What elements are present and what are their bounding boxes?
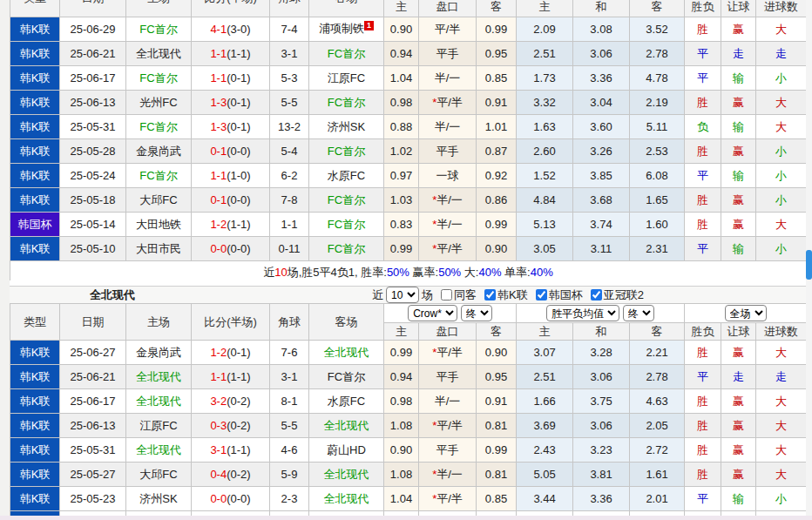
date-cell: 25-05-27 xyxy=(60,463,126,487)
home-team-cell: 光州FC xyxy=(126,91,192,115)
euro-away-odds-cell: 2.05 xyxy=(630,414,685,438)
away-team-cell: 济州SK xyxy=(309,115,384,139)
euro-odds-type-select[interactable]: 胜平负均值 xyxy=(546,305,619,321)
result-handicap-cell: 输 xyxy=(721,115,756,139)
league-type-cell: 韩K联 xyxy=(10,42,60,66)
date-cell: 25-05-18 xyxy=(60,188,126,213)
asian-away-odds-cell: 0.81 xyxy=(477,463,517,487)
scrollbar[interactable] xyxy=(806,0,812,520)
col-date: 日期 xyxy=(60,0,126,17)
euro-home-odds-cell: 4.84 xyxy=(517,188,573,213)
result-wdl-cell: 胜 xyxy=(685,438,721,463)
result-wdl-cell: 胜 xyxy=(685,188,721,213)
result-wdl-cell: 胜 xyxy=(685,213,721,237)
corner-cell: 3-1 xyxy=(270,42,309,66)
away-team-cell: FC首尔 xyxy=(309,188,384,213)
match-row: 韩K联25-06-13光州FC1-3(0-1)5-5FC首尔0.98*平/半0.… xyxy=(10,91,807,115)
match-row: 韩K联25-05-23济州SK0-0(0-0)2-3全北现代1.04*平/半0.… xyxy=(10,487,807,511)
asian-home-odds-cell: 0.99 xyxy=(384,237,419,261)
euro-away-odds-cell: 2.53 xyxy=(630,139,685,164)
home-team-cell: 济州SK xyxy=(126,487,192,511)
corner-cell: 5-5 xyxy=(270,91,309,115)
away-team-cell: FC首尔 xyxy=(309,365,384,389)
result-goals-cell: 走 xyxy=(756,42,807,66)
result-goals-cell: 小 xyxy=(756,237,807,261)
date-cell: 25-06-13 xyxy=(60,91,126,115)
match-scope-select[interactable]: 全场 xyxy=(725,305,767,321)
date-cell: 25-05-31 xyxy=(60,115,126,139)
odds-time-select[interactable]: 终 xyxy=(461,305,492,321)
match-row: 韩K联25-05-27大邱FC0-4(0-2)5-9全北现代1.08*半/一0.… xyxy=(10,463,807,487)
col-home: 主场 xyxy=(126,304,192,341)
scrollbar-thumb[interactable] xyxy=(806,250,812,280)
result-wdl-cell: 胜 xyxy=(685,463,721,487)
league-type-cell: 韩K联 xyxy=(10,91,60,115)
match-row: 韩K联25-06-29FC首尔4-1(3-0)7-4浦项制铁10.90平/半0.… xyxy=(10,17,807,42)
league-type-cell: 韩K联 xyxy=(10,115,60,139)
checkbox-same-away: 同客 xyxy=(436,287,477,303)
filter-controls: 近 10 场 同客 韩K联 韩国杯 xyxy=(372,287,644,303)
score-cell: 0-1(0-0) xyxy=(192,188,270,213)
team1-matches-section: 类型 日期 主场 比分(半场) 角球 客场 主 盘口 客 主 和 客 胜负 让球 xyxy=(10,0,806,280)
home-team-cell: 大田地铁 xyxy=(126,213,192,237)
date-cell: 25-05-23 xyxy=(60,487,126,511)
corner-cell: 2-3 xyxy=(270,487,309,511)
euro-draw-odds-cell: 3.26 xyxy=(573,139,630,164)
date-cell: 25-06-17 xyxy=(60,66,126,91)
euro-home-odds-cell: 2.60 xyxy=(517,139,573,164)
result-goals-cell: 走 xyxy=(756,365,807,389)
checkbox-label: 亚冠联2 xyxy=(604,287,644,303)
asian-home-odds-cell: 0.97 xyxy=(384,164,419,188)
away-team-cell: 水原FC xyxy=(309,164,384,188)
match-row: 韩K联25-06-13江原FC0-3(0-2)5-5全北现代1.08*平/半0.… xyxy=(10,414,807,438)
result-goals-cell: 小 xyxy=(756,487,807,511)
match-row: 韩K联25-05-28金泉尚武0-1(0-0)5-4FC首尔1.02平手0.87… xyxy=(10,139,807,164)
games-count-select[interactable]: 10 xyxy=(386,287,419,303)
result-goals-cell: 大 xyxy=(756,341,807,365)
result-wdl-cell: 平 xyxy=(685,487,721,511)
euro-away-odds-cell: 6.08 xyxy=(630,164,685,188)
euro-away-odds-cell: 2.01 xyxy=(630,487,685,511)
asian-home-odds-cell: 0.88 xyxy=(384,115,419,139)
corner-cell: 5-5 xyxy=(270,414,309,438)
kleague-checkbox[interactable] xyxy=(484,289,496,301)
result-wdl-cell: 平 xyxy=(685,164,721,188)
euro-away-odds-cell: 1.61 xyxy=(630,463,685,487)
handicap-cell: *半/一 xyxy=(419,463,477,487)
col-asian-away: 客 xyxy=(477,0,517,17)
result-wdl-cell: 平 xyxy=(685,237,721,261)
date-cell: 25-05-24 xyxy=(60,164,126,188)
score-cell: 3-1(1-1) xyxy=(192,438,270,463)
euro-away-odds-cell: 4.63 xyxy=(630,389,685,414)
result-goals-cell: 大 xyxy=(756,213,807,237)
euro-home-odds-cell: 2.43 xyxy=(517,438,573,463)
col-type: 类型 xyxy=(10,0,60,17)
euro-odds-time-select[interactable]: 终 xyxy=(623,305,654,321)
odds-source-select[interactable]: Crow* xyxy=(408,305,457,321)
acl2-checkbox[interactable] xyxy=(591,289,602,301)
score-cell: 1-1(0-1) xyxy=(192,66,270,91)
date-cell: 25-06-21 xyxy=(60,365,126,389)
euro-home-odds-cell: 1.63 xyxy=(517,115,573,139)
league-type-cell: 韩K联 xyxy=(10,341,60,365)
score-cell: 1-3(0-1) xyxy=(192,91,270,115)
corner-cell: 5-9 xyxy=(270,463,309,487)
euro-home-odds-cell: 5.13 xyxy=(517,213,573,237)
score-cell: 1-2(0-1) xyxy=(192,341,270,365)
handicap-cell: 平手 xyxy=(419,365,477,389)
result-wdl-cell: 平 xyxy=(685,365,721,389)
col-away: 客场 xyxy=(309,304,384,341)
korean-cup-checkbox[interactable] xyxy=(536,289,547,301)
result-goals-cell: 大 xyxy=(756,438,807,463)
date-cell: 25-06-29 xyxy=(60,17,126,42)
result-handicap-cell: 赢 xyxy=(721,463,756,487)
away-team-cell: FC首尔 xyxy=(309,213,384,237)
result-handicap-cell: 输 xyxy=(721,66,756,91)
league-type-cell: 韩国杯 xyxy=(10,213,60,237)
result-group-header: 全场 xyxy=(685,304,807,323)
result-handicap-cell: 赢 xyxy=(721,389,756,414)
match-row: 韩国杯25-05-14大田地铁1-2(1-1)1-1FC首尔0.83*半/一0.… xyxy=(10,213,807,237)
asian-away-odds-cell: 0.90 xyxy=(477,341,517,365)
same-away-checkbox[interactable] xyxy=(441,289,452,301)
match-row: 韩K联25-06-27金泉尚武1-2(0-1)7-6全北现代0.99*平/半0.… xyxy=(10,341,807,365)
